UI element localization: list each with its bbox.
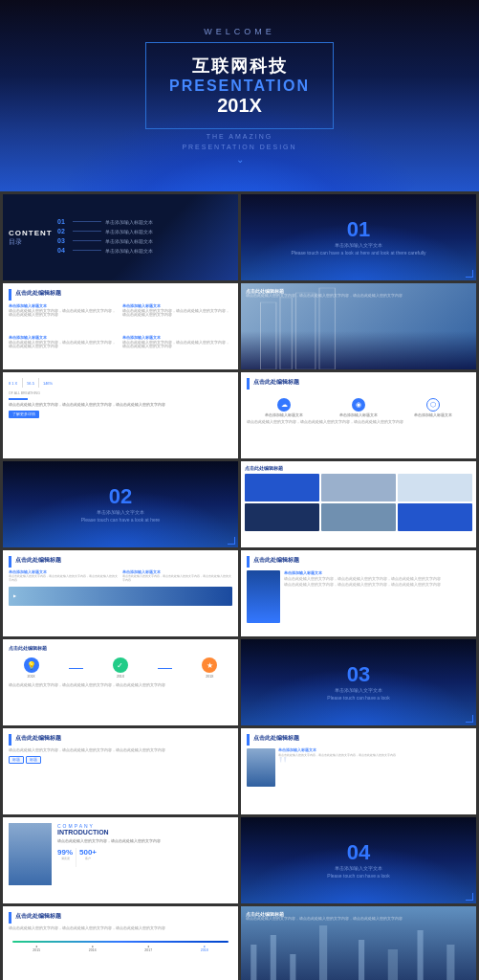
ce-bar <box>9 912 11 924</box>
icon-text-bar <box>247 378 250 390</box>
svg-rect-6 <box>290 954 295 980</box>
icon-circle-2: ◉ <box>352 398 365 412</box>
city-svg <box>241 906 476 980</box>
ce-tl-2: ●2016 <box>89 945 97 952</box>
pi-icon-circle-3: ★ <box>202 657 217 673</box>
svg-rect-10 <box>418 930 424 980</box>
pi-icon-3: ★ 201X <box>202 657 217 679</box>
toc-line-4 <box>73 250 101 251</box>
ca-block-1: 单击添加输入标题文本 请点击此处输入您的文字内容，请点击此处输入您的文字内容，请… <box>9 570 120 582</box>
icon-item-3: ⬡ 单击添加输入标题文本 <box>414 398 452 417</box>
cd-photo-1 <box>247 748 275 787</box>
cb-text-body: 请点击此处输入您的文字内容，请点击此处输入您的文字内容，请点击此处输入您的文字内… <box>284 577 470 581</box>
toc-text-2: 单击添加输入标题文本 <box>105 229 153 234</box>
slides-grid: CONTENT 目录 01 单击添加输入标题文本 02 单击添加输入标题文本 0… <box>0 191 479 980</box>
stats-label2: 56.5 <box>27 381 34 386</box>
stats-body: 请点击此处输入您的文字内容，请点击此处输入您的文字内容，请点击此处输入您的文字内… <box>9 403 232 407</box>
stats-accent <box>9 398 28 400</box>
slide-section-02: 02 单击添加输入文字文本 Please touch can have a lo… <box>3 461 238 547</box>
block-body-2: 请点击此处输入您的文字内容，请点击此处输入您的文字内容，请点击此处输入您的文字内… <box>122 309 233 317</box>
stats-label: 81X <box>9 381 18 386</box>
cb-content: 单击添加输入标题文本 请点击此处输入您的文字内容，请点击此处输入您的文字内容，请… <box>247 570 470 623</box>
slide-photo-building: 点击此处编辑标题 请点击此处输入您的文字内容，请点击此处输入您的文字内容，请点击… <box>241 283 476 369</box>
pi-icon-label-1: 201X <box>28 675 35 679</box>
slide-toc: CONTENT 目录 01 单击添加输入标题文本 02 单击添加输入标题文本 0… <box>3 194 238 280</box>
pi-icon-1: 💡 201X <box>24 657 39 679</box>
hero-frame: 互联网科技 PRESENTATION 201X <box>145 42 334 129</box>
toc-cn-label: 目录 <box>9 237 52 247</box>
svg-rect-2 <box>295 293 316 369</box>
ca-block-2: 单击添加输入标题文本 请点击此处输入您的文字内容，请点击此处输入您的文字内容，请… <box>122 570 233 582</box>
company-image <box>9 823 52 885</box>
building-svg <box>241 283 476 369</box>
slide-company: COMPANY INTRODUCTION 请点击此处输入您的文字内容，请点击此处… <box>3 817 238 903</box>
pi-icons-row: 💡 201X ✓ 201X ★ 201X <box>9 657 232 679</box>
cd-photo-row: 单击添加输入标题文本 请点击此处输入您的文字内容，请点击此处输入您的文字内容，请… <box>247 748 470 787</box>
icons-row: ☁ 单击添加输入标题文本 ◉ 单击添加输入标题文本 ⬡ 单击添加输入标题文本 <box>247 398 470 417</box>
toc-text-4: 单击添加输入标题文本 <box>105 248 153 254</box>
img-cell-5 <box>321 503 396 531</box>
slide-photo-city: 点击此处编辑标题 请点击此处输入您的文字内容，请点击此处输入您的文字内容，请点击… <box>241 906 476 980</box>
icon-label-2: 单击添加输入标题文本 <box>339 413 378 417</box>
ce-title: 点击此处编辑标题 <box>15 912 61 921</box>
pi-icon-circle-2: ✓ <box>113 657 128 673</box>
company-text: 请点击此处输入您的文字内容，请点击此处输入您的文字内容 <box>57 838 232 844</box>
text-block-1: 单击添加输入标题文本 请点击此处输入您的文字内容，请点击此处输入您的文字内容，请… <box>9 303 120 332</box>
svg-rect-9 <box>388 949 398 980</box>
icon-text-title: 点击此处编辑标题 <box>253 378 299 387</box>
cc-body: 请点击此处输入您的文字内容，请点击此处输入您的文字内容，请点击此处输入您的文字内… <box>9 748 232 752</box>
pi-title: 点击此处编辑标题 <box>9 645 47 651</box>
toc-num-2: 02 <box>57 228 69 234</box>
imgrid-title: 点击此处编辑标题 <box>245 465 472 471</box>
cc-title: 点击此处编辑标题 <box>15 734 61 743</box>
ce-tl-3: ●2017 <box>144 945 152 952</box>
pi-icon-circle-1: 💡 <box>24 657 39 673</box>
img-cell-4 <box>245 503 319 531</box>
icon-label-3: 单击添加输入标题文本 <box>414 413 452 417</box>
hero-title-cn: 互联网科技 <box>169 55 310 78</box>
slide-process-icons: 点击此处编辑标题 💡 201X ✓ 201X ★ 201X 请点击此处输入您的文… <box>3 639 238 725</box>
ce-timeline: ●2015 ●2016 ●2017 ●2018 <box>9 941 232 952</box>
text-block-4: 单击添加输入标题文本 请点击此处输入您的文字内容，请点击此处输入您的文字内容，请… <box>122 335 233 364</box>
slide-content-e: 点击此处编辑标题 请点击此处输入您的文字内容，请点击此处输入您的文字内容，请点击… <box>3 906 238 980</box>
company-stat-2: 500+ 客户 <box>79 848 97 867</box>
cb-text-body2: 请点击此处输入您的文字内容，请点击此处输入您的文字内容，请点击此处输入您的文字内… <box>284 583 470 587</box>
stats-divider <box>22 378 23 388</box>
img-cell-1 <box>245 474 319 501</box>
svg-rect-8 <box>359 940 364 980</box>
svg-rect-5 <box>271 935 276 980</box>
cb-book-img <box>247 570 280 623</box>
icon-item-1: ☁ 单击添加输入标题文本 <box>265 398 303 417</box>
block-title-4: 单击添加输入标题文本 <box>122 335 233 340</box>
icon-circle-3: ⬡ <box>426 398 440 412</box>
slide-text-01: 点击此处编辑标题 单击添加输入标题文本 请点击此处输入您的文字内容，请点击此处输… <box>3 283 238 369</box>
toc-item-1: 01 单击添加输入标题文本 <box>57 218 232 225</box>
slide-icon-text: 点击此处编辑标题 ☁ 单击添加输入标题文本 ◉ 单击添加输入标题文本 ⬡ 单击添… <box>241 372 476 458</box>
slide-stats: 81X 56.5 146% OF ALL BREATHING 请点击此处输入您的… <box>3 372 238 458</box>
stats-btn[interactable]: 了解更多详情 <box>9 411 39 418</box>
svg-rect-11 <box>446 945 454 980</box>
hero-year: 201X <box>169 95 310 117</box>
cstat-div <box>76 848 76 867</box>
toc-item-3: 03 单击添加输入标题文本 <box>57 237 232 244</box>
hero-title-en: PRESENTATION <box>169 78 310 95</box>
chevron-down-icon: ⌄ <box>145 154 334 165</box>
ca-photo: ▶ <box>9 587 232 606</box>
welcome-label: WELCOME <box>145 27 334 36</box>
toc-text-1: 单击添加输入标题文本 <box>105 219 153 225</box>
cd-text: 单击添加输入标题文本 请点击此处输入您的文字内容，请点击此处输入您的文字内容，请… <box>278 748 470 787</box>
slide-title-01: 点击此处编辑标题 <box>15 289 61 298</box>
image-grid <box>245 474 472 531</box>
ca-grid: 单击添加输入标题文本 请点击此处输入您的文字内容，请点击此处输入您的文字内容，请… <box>9 570 232 582</box>
cd-title: 点击此处编辑标题 <box>253 734 299 743</box>
pi-connector-1 <box>69 668 83 669</box>
stats-subtitle: OF ALL BREATHING <box>9 391 232 395</box>
cb-title: 点击此处编辑标题 <box>253 556 299 565</box>
block-title-3: 单击添加输入标题文本 <box>9 335 120 340</box>
company-content: COMPANY INTRODUCTION 请点击此处输入您的文字内容，请点击此处… <box>57 823 232 898</box>
cb-text-title: 单击添加输入标题文本 <box>284 570 470 575</box>
toc-item-2: 02 单击添加输入标题文本 <box>57 228 232 234</box>
toc-text-3: 单击添加输入标题文本 <box>105 238 153 244</box>
corner-arrow-01 <box>466 270 473 278</box>
slide-image-grid: 点击此处编辑标题 <box>241 461 476 547</box>
